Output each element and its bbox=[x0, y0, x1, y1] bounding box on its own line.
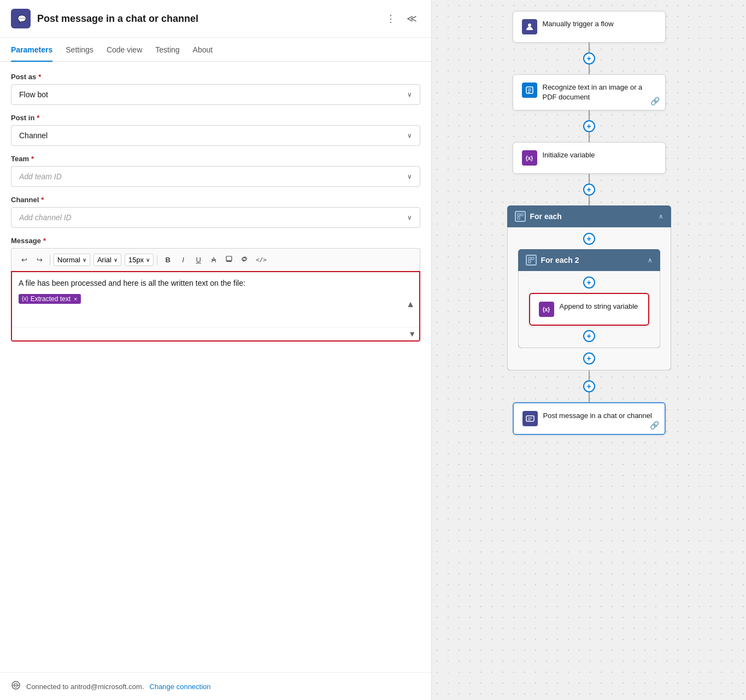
foreach-label: For each bbox=[530, 212, 562, 221]
right-panel: Manually trigger a flow + Recognize text… bbox=[432, 0, 746, 700]
add-step-foreach-bottom[interactable]: + bbox=[583, 352, 595, 364]
flow-container: Manually trigger a flow + Recognize text… bbox=[502, 11, 677, 435]
svg-rect-13 bbox=[518, 217, 520, 219]
change-connection-link[interactable]: Change connection bbox=[150, 683, 211, 691]
size-select[interactable]: 15px ∨ bbox=[125, 254, 154, 266]
extracted-text-label: Extracted text bbox=[31, 295, 71, 303]
add-step-foreach2-bottom[interactable]: + bbox=[583, 330, 595, 342]
svg-rect-11 bbox=[518, 214, 520, 216]
add-step-foreach2-top[interactable]: + bbox=[583, 277, 595, 289]
tab-codeview[interactable]: Code view bbox=[107, 38, 142, 62]
chevron-down-icon-3: ∨ bbox=[407, 173, 412, 180]
foreach2-icon bbox=[526, 255, 537, 266]
svg-rect-15 bbox=[532, 257, 534, 260]
trigger-node[interactable]: Manually trigger a flow bbox=[513, 11, 666, 43]
link-button[interactable] bbox=[237, 253, 251, 267]
channel-field: Channel * Add channel ID ∨ bbox=[11, 196, 420, 228]
foreach-header-left: For each bbox=[515, 211, 562, 222]
scroll-down-icon[interactable]: ▼ bbox=[408, 330, 416, 338]
message-label: Message * bbox=[11, 237, 420, 245]
panel-header: 💬 Post message in a chat or channel ⋮ ≪ bbox=[0, 0, 431, 38]
post-in-select[interactable]: Channel ∨ bbox=[11, 125, 420, 146]
add-step-4[interactable]: + bbox=[583, 380, 595, 392]
connector-line-3 bbox=[589, 110, 590, 120]
foreach2-inner: + {x} Append to string variable + bbox=[518, 271, 660, 348]
tab-parameters[interactable]: Parameters bbox=[11, 38, 52, 62]
foreach-chevron-icon[interactable]: ∧ bbox=[659, 213, 663, 220]
tab-about[interactable]: About bbox=[193, 38, 213, 62]
connector-line bbox=[589, 43, 590, 52]
ocr-node[interactable]: Recognize text in an image or a PDF docu… bbox=[513, 74, 666, 110]
post-in-field: Post in * Channel ∨ bbox=[11, 114, 420, 146]
token-icon: {x} bbox=[22, 296, 28, 302]
connector-line-5 bbox=[589, 174, 590, 184]
post-link-icon: 🔗 bbox=[650, 421, 659, 430]
add-step-3[interactable]: + bbox=[583, 184, 595, 196]
connection-bar: Connected to antrod@microsoft.com. Chang… bbox=[0, 672, 431, 700]
code-button[interactable]: </> bbox=[252, 254, 270, 266]
team-field: Team * Add team ID ∨ bbox=[11, 155, 420, 187]
undo-button[interactable]: ↩ bbox=[17, 254, 31, 266]
channel-select[interactable]: Add channel ID ∨ bbox=[11, 207, 420, 228]
form-content: Post as * Flow bot ∨ Post in * Channel ∨… bbox=[0, 62, 431, 672]
tab-settings[interactable]: Settings bbox=[66, 38, 93, 62]
svg-rect-3 bbox=[226, 261, 232, 262]
message-field: Message * ↩ ↪ Normal ∨ Arial ∨ 15px ∨ bbox=[11, 237, 420, 342]
scroll-up-icon: ▲ bbox=[406, 299, 415, 309]
ocr-node-icon bbox=[522, 83, 537, 98]
panel-app-icon: 💬 bbox=[11, 9, 31, 28]
add-step-foreach-top[interactable]: + bbox=[583, 233, 595, 245]
chevron-down-icon-5: ∨ bbox=[83, 257, 86, 263]
underline-button[interactable]: U bbox=[191, 254, 205, 266]
ocr-link-icon: 🔗 bbox=[650, 97, 660, 105]
toolbar-separator-2 bbox=[157, 255, 157, 265]
connector-line-8 bbox=[589, 392, 590, 402]
post-in-label: Post in * bbox=[11, 114, 420, 122]
rte-toolbar: ↩ ↪ Normal ∨ Arial ∨ 15px ∨ B I U bbox=[11, 248, 420, 271]
required-marker: * bbox=[38, 73, 41, 81]
post-message-node[interactable]: Post message in a chat or channel 🔗 bbox=[513, 402, 666, 435]
font-select[interactable]: Arial ∨ bbox=[93, 254, 121, 266]
foreach-header[interactable]: For each ∧ bbox=[507, 205, 671, 227]
foreach-inner: + For each 2 ∧ + bbox=[507, 227, 671, 370]
init-var-node[interactable]: {x} Initialize variable bbox=[513, 142, 666, 174]
post-message-icon bbox=[522, 411, 538, 426]
foreach2-chevron-icon[interactable]: ∧ bbox=[648, 256, 653, 264]
message-area[interactable]: A file has been processed and here is al… bbox=[12, 272, 419, 327]
add-step-2[interactable]: + bbox=[583, 120, 595, 132]
append-node-label: Append to string variable bbox=[560, 302, 639, 311]
strikethrough-button[interactable]: A bbox=[207, 254, 221, 266]
italic-button[interactable]: I bbox=[176, 254, 190, 266]
append-node-icon: {x} bbox=[539, 302, 554, 317]
team-label: Team * bbox=[11, 155, 420, 163]
token-remove-button[interactable]: × bbox=[74, 296, 77, 302]
message-text-content: A file has been processed and here is al… bbox=[19, 278, 413, 289]
tab-testing[interactable]: Testing bbox=[155, 38, 179, 62]
svg-rect-2 bbox=[226, 256, 232, 261]
append-node[interactable]: {x} Append to string variable bbox=[529, 293, 649, 326]
redo-button[interactable]: ↪ bbox=[32, 254, 46, 266]
post-message-label: Post message in a chat or channel bbox=[543, 411, 656, 421]
collapse-button[interactable]: ≪ bbox=[403, 10, 420, 27]
svg-rect-16 bbox=[528, 261, 531, 263]
foreach2-header[interactable]: For each 2 ∧ bbox=[518, 249, 660, 271]
extracted-text-token[interactable]: {x} Extracted text × bbox=[19, 293, 413, 304]
foreach2-label: For each 2 bbox=[541, 256, 579, 264]
connector-3: + bbox=[583, 174, 595, 205]
add-step-1[interactable]: + bbox=[583, 52, 595, 64]
format-select[interactable]: Normal ∨ bbox=[54, 254, 90, 266]
panel-title: Post message in a chat or channel bbox=[37, 13, 376, 25]
connector-4: + bbox=[583, 370, 595, 402]
required-marker-2: * bbox=[37, 114, 39, 122]
post-as-label: Post as * bbox=[11, 73, 420, 81]
connector-line-7 bbox=[589, 370, 590, 380]
chevron-down-icon-6: ∨ bbox=[114, 257, 118, 263]
post-as-select[interactable]: Flow bot ∨ bbox=[11, 84, 420, 105]
bold-button[interactable]: B bbox=[161, 254, 175, 266]
more-options-button[interactable]: ⋮ bbox=[383, 10, 399, 27]
left-panel: 💬 Post message in a chat or channel ⋮ ≪ … bbox=[0, 0, 432, 700]
trigger-node-label: Manually trigger a flow bbox=[543, 19, 656, 29]
team-select[interactable]: Add team ID ∨ bbox=[11, 166, 420, 187]
highlight-button[interactable] bbox=[222, 253, 236, 267]
foreach2-container: For each 2 ∧ + {x} Append to string vari… bbox=[518, 249, 660, 348]
